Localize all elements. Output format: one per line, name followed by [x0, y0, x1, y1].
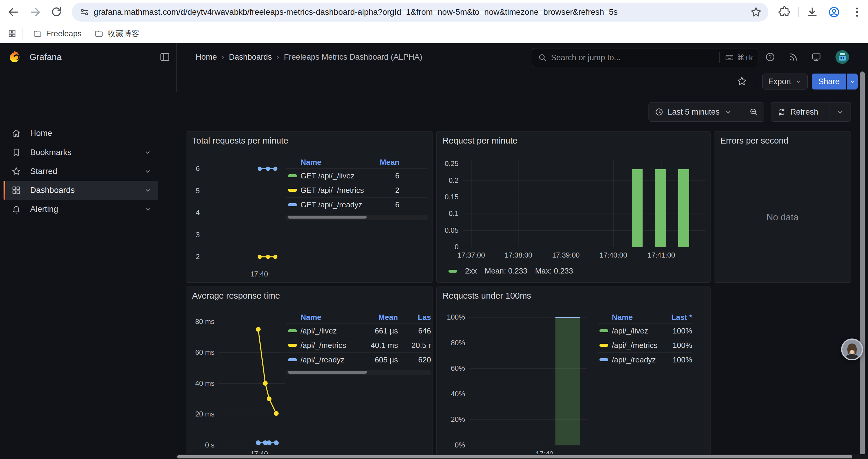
data-point	[274, 440, 279, 445]
share-menu-button[interactable]	[847, 73, 858, 90]
legend-row[interactable]: /api/_/livez 100%	[598, 323, 692, 338]
bar	[655, 169, 666, 247]
bar-chart: 0.250.20.150.10.05017:37:0017:38:0017:39…	[437, 132, 710, 282]
time-range-picker[interactable]: Last 5 minutes	[649, 102, 743, 121]
sidebar-item-bookmarks[interactable]: Bookmarks	[4, 143, 158, 162]
legend-row[interactable]: /api/_/metrics 100%	[598, 338, 692, 352]
apps-grid-icon[interactable]	[8, 29, 17, 38]
address-bar[interactable]: grafana.mathmast.com/d/deytv4rwavabkb/fr…	[72, 3, 769, 22]
data-point	[266, 255, 270, 259]
y-tick-label: 80%	[438, 338, 465, 347]
bookmark-item[interactable]: 收藏博客	[89, 26, 145, 41]
legend-row[interactable]: /api/_/readyz 605 µs 620	[286, 352, 431, 367]
data-point	[256, 327, 260, 332]
gridline	[546, 312, 546, 445]
panel-requests-under-100ms: Requests under 100ms 100%80%60%40%20%0%1…	[436, 287, 711, 459]
y-tick-label: 20 ms	[188, 410, 215, 419]
sidebar-item-starred[interactable]: Starred	[4, 162, 158, 181]
bookmark-star-icon[interactable]	[750, 6, 762, 18]
zoom-out-button[interactable]	[743, 102, 764, 121]
x-tick-label: 17:40:00	[587, 251, 640, 259]
svg-text:?: ?	[769, 54, 772, 60]
breadcrumb-item: Freeleaps Metrics Dashboard (ALPHA)	[284, 53, 422, 62]
folder-icon	[95, 29, 103, 38]
refresh-interval-button[interactable]	[830, 102, 850, 121]
assistant-avatar[interactable]	[841, 338, 863, 361]
series-layer	[219, 316, 285, 445]
export-button[interactable]: Export	[762, 73, 808, 90]
sidebar-item-alerting[interactable]: Alerting	[4, 200, 158, 219]
extensions-icon[interactable]	[778, 6, 790, 18]
panel-average-response-time: Average response time 80 ms60 ms40 ms20 …	[186, 287, 433, 459]
search-input[interactable]: Search or jump to... ⌘+k	[532, 48, 758, 67]
gridline	[613, 160, 614, 247]
series-color-pill	[288, 203, 297, 206]
reload-icon[interactable]	[50, 6, 63, 18]
series-color-pill	[288, 344, 297, 347]
legend-row[interactable]: GET /api/_/livez 6	[286, 168, 428, 183]
sidebar-toggle-icon[interactable]	[159, 52, 170, 62]
browser-toolbar: grafana.mathmast.com/d/deytv4rwavabkb/fr…	[0, 0, 868, 43]
screen-icon[interactable]	[811, 52, 821, 62]
legend-header[interactable]: Name Mean	[286, 156, 428, 168]
news-rss-icon[interactable]	[788, 52, 798, 62]
help-icon[interactable]: ?	[765, 52, 775, 62]
legend-row[interactable]: GET /api/_/readyz 6	[286, 197, 428, 212]
series-color-pill	[288, 189, 297, 192]
user-avatar[interactable]	[836, 50, 849, 64]
legend-header[interactable]: Name Mean Las	[286, 311, 431, 323]
share-button[interactable]: Share	[812, 73, 846, 90]
search-icon	[538, 53, 547, 62]
y-tick-label: 0.2	[436, 176, 459, 185]
legend-row[interactable]: /api/_/readyz 100%	[598, 352, 692, 367]
site-info-icon[interactable]	[80, 7, 90, 17]
series-max: Max: 0.233	[535, 266, 573, 275]
clock-icon	[655, 107, 663, 117]
vertical-scrollbar[interactable]	[860, 71, 865, 455]
data-point	[267, 396, 272, 401]
back-icon[interactable]	[7, 6, 20, 18]
legend-row[interactable]: /api/_/metrics 40.1 ms 20.5 r	[286, 338, 431, 352]
grafana-logo-icon[interactable]	[7, 50, 21, 64]
chevron-down-icon[interactable]	[144, 186, 152, 194]
chevron-down-icon[interactable]	[144, 149, 152, 156]
panel-title[interactable]: Errors per second	[720, 136, 788, 145]
chevron-down-icon	[849, 78, 856, 85]
url-text[interactable]: grafana.mathmast.com/d/deytv4rwavabkb/fr…	[94, 7, 617, 17]
legend-scrollbar[interactable]	[286, 370, 431, 375]
chevron-down-icon	[724, 107, 733, 117]
bookmark-item[interactable]: Freeleaps	[28, 27, 87, 41]
legend-header[interactable]: Name Last *	[598, 311, 692, 323]
legend-inline[interactable]: 2xx Mean: 0.233 Max: 0.233	[448, 266, 573, 275]
grafana-brand[interactable]: Grafana	[30, 43, 61, 71]
horizontal-scrollbar[interactable]	[177, 455, 852, 458]
zoom-out-icon	[749, 107, 758, 117]
series-layer	[204, 162, 286, 267]
y-tick-label: 4	[186, 208, 200, 217]
data-point	[258, 167, 262, 171]
sidebar-item-home[interactable]: Home	[4, 124, 158, 143]
data-point	[267, 440, 272, 445]
breadcrumb-item[interactable]: Home	[195, 53, 217, 62]
refresh-button[interactable]: Refresh	[771, 102, 830, 121]
chevron-down-icon[interactable]	[144, 205, 152, 213]
y-tick-label: 0 s	[188, 441, 215, 450]
forward-icon[interactable]	[29, 6, 41, 18]
breadcrumb-item[interactable]: Dashboards	[229, 53, 272, 62]
search-shortcut: ⌘+k	[719, 52, 758, 63]
grafana-header: Grafana Home›Dashboards›Freeleaps Metric…	[0, 43, 868, 71]
menu-dots-icon[interactable]	[851, 6, 863, 18]
legend-row[interactable]: /api/_/livez 661 µs 646	[286, 323, 431, 338]
legend-row[interactable]: GET /api/_/metrics 2	[286, 183, 428, 197]
legend-scrollbar[interactable]	[286, 215, 428, 220]
bar	[678, 169, 689, 247]
breadcrumb-separator: ›	[222, 53, 224, 62]
favorite-star-icon[interactable]	[736, 76, 747, 87]
sidebar-item-dashboards[interactable]: Dashboards	[4, 181, 158, 200]
data-point	[266, 167, 270, 171]
y-tick-label: 2	[186, 252, 200, 261]
chevron-down-icon[interactable]	[144, 167, 152, 175]
download-icon[interactable]	[806, 6, 818, 18]
series-label[interactable]: 2xx	[465, 266, 477, 275]
profile-icon[interactable]	[828, 6, 840, 18]
